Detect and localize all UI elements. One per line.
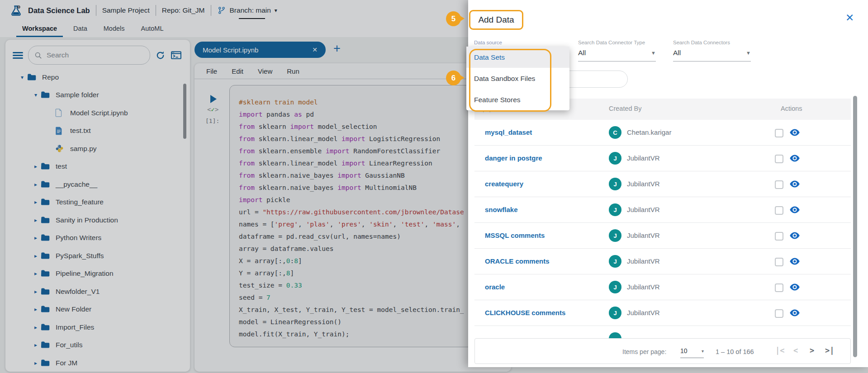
connector-filters: Search Data Connector TypeAll▼Search Dat… (578, 40, 751, 61)
add-data-modal: Add Data ✕ Data source Search Data Conne… (468, 0, 868, 367)
view-eye-icon[interactable] (789, 230, 800, 241)
creator-name: JubilantVR (627, 309, 660, 316)
dataset-name-link[interactable]: ORACLE comments (485, 257, 550, 265)
select-checkbox[interactable] (775, 309, 783, 318)
add-data-title-annotation-box: Add Data (469, 10, 523, 30)
view-eye-icon[interactable] (789, 179, 800, 189)
dataset-name-link[interactable]: createquery (485, 180, 523, 188)
avatar: J (609, 152, 621, 165)
dataset-name-link[interactable]: danger in postgre (485, 154, 542, 162)
select-checkbox[interactable] (775, 232, 783, 241)
filter-value: All (578, 49, 586, 57)
creator-name: JubilantVR (627, 154, 660, 162)
select-checkbox[interactable] (775, 155, 783, 163)
filter-label: Search Data Connector Type (578, 40, 656, 45)
select-checkbox[interactable] (775, 283, 783, 292)
modal-title: Add Data (478, 15, 514, 25)
dataset-name-link[interactable]: oracle (485, 283, 505, 291)
select-checkbox[interactable] (775, 129, 783, 137)
dropdown-option-data-sets[interactable]: Data Sets (466, 47, 569, 68)
next-page-icon[interactable]: > (810, 346, 814, 355)
chevron-down-icon: ▼ (651, 50, 656, 56)
close-icon[interactable]: ✕ (845, 12, 854, 24)
annotation-step-6-badge: 6 (446, 71, 461, 85)
modal-scrollbar[interactable] (853, 96, 857, 357)
actions-column-header: Actions (781, 105, 802, 112)
dataset-name-link[interactable]: CLICKHOUSE comments (485, 309, 565, 316)
table-row: createqueryJJubilantVR (474, 171, 851, 197)
last-page-icon[interactable]: >| (825, 346, 834, 355)
select-checkbox[interactable] (775, 258, 783, 266)
table-row: danger in postgreJJubilantVR (474, 146, 851, 171)
pagination-range: 1 – 10 of 166 (716, 348, 754, 355)
data-source-label: Data source (474, 40, 502, 45)
filter-label: Search Data Connectors (673, 40, 751, 45)
table-row: mysql_datasetCChetan.karigar (474, 120, 851, 146)
avatar: J (609, 203, 621, 216)
view-eye-icon[interactable] (789, 256, 800, 267)
items-per-page-value: 10 (680, 347, 688, 354)
table-row: ORACLE commentsJJubilantVR (474, 249, 851, 274)
app-screen: Data Science Lab Sample Project Repo: Gi… (0, 0, 868, 373)
table-row: MSSQL commentsJJubilantVR (474, 223, 851, 249)
view-eye-icon[interactable] (789, 307, 800, 318)
creator-name: JubilantVR (627, 257, 660, 265)
avatar: J (609, 255, 621, 268)
filter-value: All (673, 49, 681, 57)
view-eye-icon[interactable] (789, 153, 800, 164)
table-row (474, 326, 851, 338)
chevron-down-icon: ▾ (702, 349, 704, 354)
avatar: J (609, 229, 621, 242)
creator-name: Chetan.karigar (627, 128, 671, 136)
view-eye-icon[interactable] (789, 204, 800, 215)
avatar: J (609, 307, 621, 319)
avatar: J (609, 178, 621, 190)
table-row: oracleJJubilantVR (474, 274, 851, 300)
creator-name: JubilantVR (627, 231, 660, 239)
chevron-down-icon: ▼ (746, 50, 751, 56)
avatar: C (609, 126, 621, 139)
filter-select[interactable]: Search Data ConnectorsAll▼ (673, 40, 751, 61)
dataset-name-link[interactable]: mysql_dataset (485, 128, 532, 136)
created-by-column-header: Created By (609, 105, 642, 112)
annotation-step-5-badge: 5 (446, 11, 461, 26)
dropdown-option-feature-stores[interactable]: Feature Stores (466, 89, 569, 110)
table-row: CLICKHOUSE commentsJJubilantVR (474, 300, 851, 326)
select-checkbox[interactable] (775, 206, 783, 215)
previous-page-icon[interactable]: < (793, 346, 798, 355)
dataset-name-link[interactable]: MSSQL comments (485, 231, 545, 239)
creator-name: JubilantVR (627, 283, 660, 291)
first-page-icon[interactable]: |< (775, 346, 784, 355)
avatar: J (609, 281, 621, 293)
view-eye-icon[interactable] (789, 282, 800, 293)
pagination-bar: Items per page: 10 ▾ 1 – 10 of 166 |< < … (474, 338, 851, 364)
table-row: snowflakeJJubilantVR (474, 197, 851, 223)
items-per-page-label: Items per page: (622, 348, 666, 355)
dataset-table-rows: mysql_datasetCChetan.karigardanger in po… (474, 120, 851, 338)
filter-select[interactable]: Search Data Connector TypeAll▼ (578, 40, 656, 61)
data-source-dropdown: Data SetsData Sandbox FilesFeature Store… (466, 47, 569, 110)
dropdown-option-data-sandbox-files[interactable]: Data Sandbox Files (466, 68, 569, 89)
dataset-name-link[interactable]: snowflake (485, 206, 518, 213)
creator-name: JubilantVR (627, 206, 660, 213)
creator-name: JubilantVR (627, 180, 660, 188)
view-eye-icon[interactable] (789, 127, 800, 138)
select-checkbox[interactable] (775, 180, 783, 189)
avatar (609, 332, 621, 338)
items-per-page-select[interactable]: 10 ▾ (680, 347, 704, 358)
